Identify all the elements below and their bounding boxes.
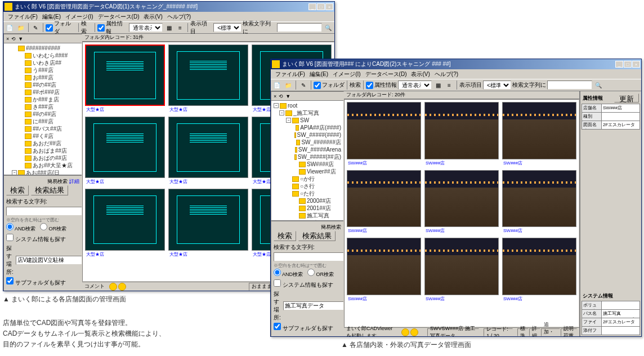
tree-item[interactable]: SW####店 — [272, 161, 342, 168]
status-tab[interactable]: 標準 — [517, 328, 529, 336]
tree-item[interactable]: お###店 — [5, 74, 80, 81]
detail-link[interactable]: 詳細 — [69, 179, 79, 184]
tree-item[interactable]: SW_#####Arena — [272, 146, 342, 153]
search-results-button[interactable]: 検索結果 — [298, 231, 336, 241]
or-radio[interactable]: OR検索 — [307, 269, 334, 278]
tree-item[interactable]: 2001##店 — [272, 204, 342, 212]
thumbnail-item[interactable]: SW###店 — [424, 102, 499, 167]
menu-item[interactable]: ファイル(F) — [6, 13, 40, 21]
photo-thumbnail[interactable] — [424, 102, 499, 159]
tree-item[interactable]: −SW — [272, 117, 342, 124]
tree-item[interactable]: SW_#####(####) — [272, 131, 342, 139]
thumbnail-item[interactable]: 大型★店 — [85, 44, 165, 113]
edit-icon[interactable]: ✎ — [298, 80, 308, 90]
tree-item[interactable]: ○さ行 — [272, 183, 342, 190]
or-radio[interactable]: OR検索 — [40, 223, 66, 233]
search-go-icon[interactable]: 🔍 — [593, 80, 603, 90]
type-value[interactable] — [602, 113, 639, 121]
search-text-input[interactable] — [274, 252, 344, 261]
minimize-button[interactable]: _ — [308, 3, 316, 10]
search-string-input[interactable] — [547, 81, 592, 90]
thumbnail-item[interactable]: 大型★店 — [168, 117, 248, 185]
menu-item[interactable]: 表示(V) — [409, 70, 432, 78]
photo-thumbnail[interactable] — [502, 170, 576, 228]
tree-item[interactable]: SW_#####(##店) — [272, 153, 342, 161]
edit-icon[interactable]: ✎ — [31, 23, 41, 33]
tree-item[interactable]: ########### — [5, 44, 80, 52]
open-icon[interactable]: 📁 — [283, 80, 293, 90]
tree-item[interactable]: か###ま店 — [5, 96, 80, 103]
tree-item[interactable]: あおだ##店 — [5, 140, 80, 147]
menu-item[interactable]: イメージ(I) — [330, 70, 363, 78]
tree-toggle-icon[interactable]: − — [12, 170, 17, 175]
store-value[interactable]: SW###店 — [602, 104, 639, 112]
cad-thumbnail[interactable] — [168, 189, 248, 250]
folder-checkbox[interactable] — [314, 82, 321, 89]
thumbnail-item[interactable]: SW###店 — [347, 170, 421, 235]
tree-item[interactable]: ##く#店 — [5, 132, 80, 140]
thumbnail-item[interactable]: 大型★店 — [85, 117, 165, 185]
tree-item[interactable]: APIA##店(####) — [272, 124, 342, 131]
search-button[interactable]: 検索 — [274, 231, 296, 241]
search-text-input[interactable] — [6, 207, 82, 216]
tree-item[interactable]: に###店 — [5, 118, 80, 125]
new-icon[interactable]: 📄 — [272, 80, 282, 90]
list-icon[interactable]: ≡ — [175, 23, 185, 33]
cad-thumbnail[interactable] — [168, 44, 248, 106]
thumbnail-item[interactable]: SW###店 — [347, 238, 421, 302]
menu-item[interactable]: ファイル(F) — [273, 70, 307, 78]
subfolder-checkbox[interactable]: サブフォルダも探す — [6, 277, 66, 287]
tree-item[interactable]: う###店 — [5, 66, 80, 74]
titlebar[interactable]: まいく郎 V6 [図面管理用図面データCAD図(1)スキャニング_###### … — [3, 2, 334, 12]
tree-item[interactable]: あお##大呈★店 — [5, 162, 80, 169]
tree-item[interactable]: ##ポ###店 — [5, 88, 80, 96]
thumbnail-item[interactable]: SW###店 — [502, 102, 576, 167]
update-button[interactable]: 更新 — [614, 94, 639, 103]
close-button[interactable]: × — [632, 61, 640, 68]
photo-thumbnail[interactable] — [502, 238, 576, 295]
search-go-icon[interactable]: 🔍 — [323, 23, 333, 33]
standard-select[interactable]: <標準> — [483, 81, 511, 90]
tree-item[interactable]: SW_#######店 — [272, 139, 342, 146]
tree-toggle-icon[interactable]: − — [279, 110, 284, 115]
thumbnail-item[interactable]: SW###店 — [347, 102, 421, 167]
search-string-input[interactable] — [277, 23, 322, 32]
status-tab[interactable]: 詳細 — [529, 328, 540, 336]
photo-thumbnail[interactable] — [347, 170, 421, 228]
photo-thumbnail[interactable] — [347, 102, 421, 159]
tree-item[interactable]: 施工写真 — [272, 212, 342, 219]
maximize-button[interactable]: □ — [624, 61, 632, 68]
tree-item[interactable]: あおばま##店 — [5, 147, 80, 154]
search-results-button[interactable]: 検索結果 — [31, 185, 68, 195]
photo-thumbnail[interactable] — [424, 238, 499, 295]
tree-item[interactable]: ##の##店 — [5, 81, 80, 88]
thumbnail-item[interactable]: SW###店 — [502, 238, 576, 302]
sys-info-checkbox[interactable]: システム情報も探す — [6, 234, 66, 243]
folder-tree[interactable]: −root−_施工写真−SW APIA##店(####) SW_#####(##… — [271, 101, 343, 220]
display-mode-select[interactable]: 通常表示 — [398, 81, 432, 90]
menu-item[interactable]: データベース(D) — [363, 70, 409, 78]
location-input[interactable] — [16, 256, 82, 265]
thumbnail-scroll[interactable]: SW###店SW###店SW###店SW###店SW###店SW###店SW##… — [344, 99, 579, 327]
open-icon[interactable]: 📁 — [16, 23, 26, 33]
minimize-button[interactable]: _ — [615, 61, 623, 68]
menu-item[interactable]: ヘルプ(?) — [432, 70, 460, 78]
standard-select[interactable]: <標準> — [213, 23, 242, 32]
photo-thumbnail[interactable] — [347, 238, 421, 295]
tree-item[interactable]: −_施工写真 — [272, 109, 342, 117]
tree-item[interactable]: ##の##店 — [5, 110, 80, 118]
tree-toggle-icon[interactable]: − — [286, 118, 291, 123]
location-input[interactable] — [283, 301, 344, 310]
folder-tree[interactable]: ###########いわむら####いわき店##う###店お###店##の##… — [4, 43, 82, 175]
thumbnail-item[interactable]: SW###店 — [502, 170, 576, 235]
subfolder-checkbox[interactable]: サブフォルダも探す — [274, 323, 333, 332]
tree-item[interactable]: いわき店## — [5, 59, 80, 66]
tree-item[interactable]: ○か行 — [272, 175, 342, 183]
tree-item[interactable]: −あお###店(日 — [5, 169, 80, 175]
tree-item[interactable]: き###店 — [5, 103, 80, 110]
folder-checkbox[interactable] — [46, 24, 53, 32]
menu-item[interactable]: 表示(V) — [141, 13, 164, 21]
cad-thumbnail[interactable] — [85, 189, 165, 250]
status-tab[interactable]: 追加・参照 — [541, 328, 560, 336]
tree-item[interactable]: いわむら#### — [5, 52, 80, 59]
